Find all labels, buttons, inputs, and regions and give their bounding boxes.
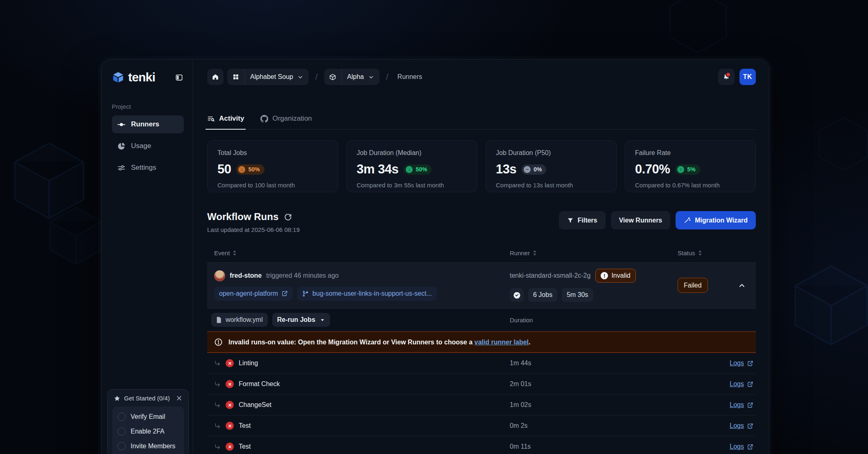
logs-link[interactable]: Logs — [730, 380, 744, 388]
verified-seal-chip — [510, 288, 524, 302]
notifications-button[interactable] — [718, 69, 735, 85]
tab-organization[interactable]: Organization — [260, 115, 312, 129]
failed-x-circle-icon — [226, 422, 234, 430]
logs-link[interactable]: Logs — [730, 360, 744, 367]
trend-badge: ↓50% — [236, 164, 264, 175]
runner-name: tenki-standard-xsmall-2c-2g — [510, 272, 590, 279]
tab-label: Organization — [272, 115, 312, 123]
project-switcher[interactable]: Alpha — [324, 69, 380, 85]
checklist-item-enable-2fa[interactable]: Enable 2FA — [118, 427, 179, 436]
branch-name: bug-some-user-links-in-support-us-sect..… — [312, 290, 432, 297]
trend-value: 5% — [687, 166, 695, 173]
repo-link-chip[interactable]: open-agent-platform — [214, 287, 293, 301]
stat-card-total-jobs: Total Jobs 50 ↓50% Compared to 100 last … — [207, 140, 338, 192]
stat-value: 0.70% — [635, 162, 670, 177]
checklist-item-label: Enable 2FA — [131, 428, 165, 435]
workflow-run-row: fred-stone triggered 46 minutes ago open… — [207, 263, 756, 309]
logs-link[interactable]: Logs — [730, 443, 744, 450]
project-name: Alpha — [342, 73, 368, 81]
stat-compare: Compared to 13s last month — [496, 182, 606, 189]
rerun-jobs-dropdown[interactable]: Re-run Jobs — [272, 313, 330, 327]
filters-button-label: Filters — [578, 217, 597, 224]
workflow-file-name: workflow.yml — [226, 316, 263, 324]
job-duration: 1m 44s — [510, 360, 678, 367]
panel-left-icon — [175, 74, 183, 81]
arrow-up-circle-icon: ↑ — [677, 166, 684, 173]
run-detail-subheader: workflow.yml Re-run Jobs Duration — [207, 309, 756, 331]
stat-value: 3m 34s — [357, 162, 398, 177]
column-header-duration: Duration — [510, 317, 678, 324]
trend-value: 50% — [416, 166, 427, 173]
job-row-changeset: ChangeSet 1m 02s Logs — [207, 395, 756, 416]
user-photo-avatar — [214, 270, 225, 281]
tab-label: Activity — [219, 115, 244, 123]
trend-badge: ↓50% — [404, 164, 432, 175]
stat-card-failure-rate: Failure Rate 0.70% ↑5% Compared to 0.67%… — [625, 140, 756, 192]
column-label: Runner — [510, 249, 530, 256]
invalid-runner-badge: ! Invalid — [595, 269, 635, 283]
view-runners-button[interactable]: View Runners — [611, 211, 671, 229]
checklist-item-label: Verify Email — [131, 413, 165, 420]
sidebar-item-label: Settings — [131, 164, 156, 172]
org-name: Alphabet Soup — [245, 73, 297, 81]
job-duration: 0m 2s — [510, 422, 678, 429]
status-badge-failed: Failed — [678, 278, 708, 293]
column-header-runner[interactable]: Runner — [510, 249, 678, 256]
branch-link-chip[interactable]: bug-some-user-links-in-support-us-sect..… — [297, 287, 437, 301]
close-icon[interactable] — [176, 395, 182, 401]
user-avatar[interactable]: TK — [739, 69, 756, 85]
breadcrumb-current-page: Runners — [398, 73, 422, 81]
corner-down-right-icon — [214, 360, 221, 366]
sidebar-collapse-button[interactable] — [174, 72, 184, 82]
stat-label: Job Duration (P50) — [496, 149, 606, 157]
job-name: Format Check — [239, 380, 280, 388]
stat-compare: Compared to 0.67% last month — [635, 182, 746, 189]
checklist-item-invite-members[interactable]: Invite Members — [118, 442, 179, 450]
job-row-format-check: Format Check 2m 01s Logs — [207, 374, 756, 395]
tab-activity[interactable]: Activity — [207, 115, 244, 129]
chevron-up-icon[interactable] — [738, 281, 746, 290]
sliders-icon — [117, 164, 126, 172]
logs-link[interactable]: Logs — [730, 401, 744, 409]
column-header-status[interactable]: Status — [678, 249, 756, 256]
org-switcher[interactable]: Alphabet Soup — [227, 69, 309, 85]
stat-value: 13s — [496, 162, 516, 177]
sidebar-item-runners[interactable]: Runners — [112, 115, 184, 133]
sidebar-item-usage[interactable]: Usage — [112, 137, 184, 155]
topbar-actions: TK — [718, 69, 756, 85]
tab-bar: Activity Organization — [207, 115, 756, 130]
workflow-file-chip: workflow.yml — [211, 313, 268, 327]
trend-badge: −0% — [522, 164, 546, 175]
external-link-icon — [282, 290, 288, 297]
app-window: tenki Project Runners Usage — [101, 59, 769, 454]
jobs-count-chip: 6 Jobs — [528, 288, 557, 302]
job-name: Test — [239, 422, 251, 429]
failed-x-circle-icon — [226, 380, 234, 388]
logs-link[interactable]: Logs — [730, 422, 744, 429]
column-label: Status — [678, 249, 695, 256]
stat-card-duration-p50: Job Duration (P50) 13s −0% Compared to 1… — [486, 140, 617, 192]
column-header-event[interactable]: Event — [207, 249, 510, 256]
section-title: Workflow Runs — [207, 211, 278, 223]
get-started-widget: Get Started (0/4) Verify Email Enable 2F… — [107, 389, 189, 454]
job-name: Test — [239, 443, 251, 450]
checklist-item-verify-email[interactable]: Verify Email — [118, 413, 179, 421]
workflow-runs-header: Workflow Runs Last updated at 2025-06-06… — [207, 211, 756, 233]
filters-button[interactable]: Filters — [559, 211, 606, 229]
failed-x-circle-icon — [226, 401, 234, 409]
alert-circle-icon — [214, 338, 223, 346]
refresh-icon[interactable] — [284, 213, 292, 221]
activity-list-search-icon — [207, 115, 215, 123]
external-link-icon — [747, 444, 753, 450]
valid-runner-label-link[interactable]: valid runner label — [475, 339, 529, 346]
stat-card-duration-median: Job Duration (Median) 3m 34s ↓50% Compar… — [346, 140, 477, 192]
corner-down-right-icon — [214, 423, 221, 429]
chevron-down-icon — [320, 317, 325, 323]
sidebar-item-settings[interactable]: Settings — [112, 159, 184, 177]
migration-wizard-button[interactable]: Migration Wizard — [676, 211, 756, 229]
filter-funnel-icon — [567, 217, 574, 224]
home-button[interactable] — [207, 69, 224, 85]
git-branch-icon — [302, 290, 309, 297]
grid-icon — [227, 69, 245, 85]
home-icon — [212, 73, 219, 81]
